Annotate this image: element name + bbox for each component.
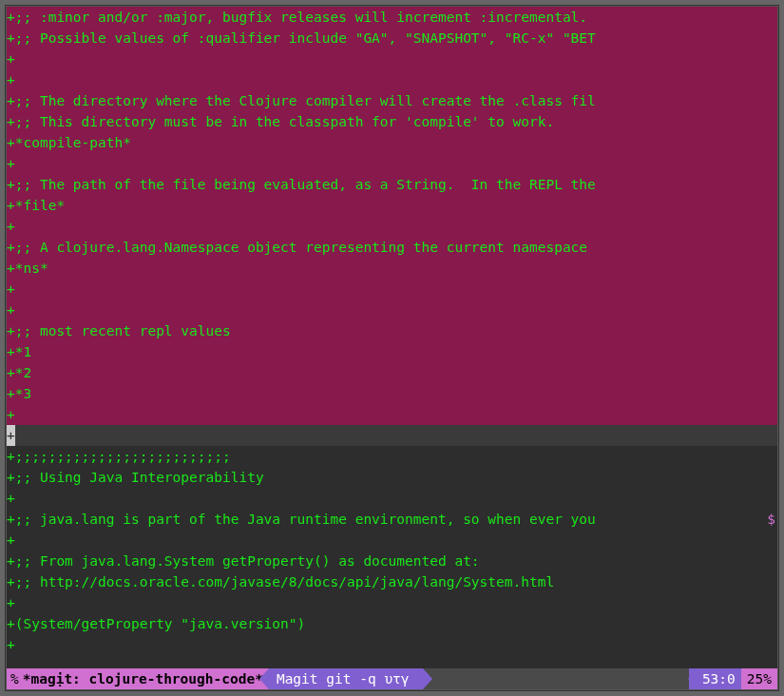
cursor-line[interactable]: + xyxy=(7,425,777,446)
modeline-status: % xyxy=(7,668,23,689)
diff-added-line[interactable]: +;; A clojure.lang.Namespace object repr… xyxy=(7,237,777,258)
modeline: % *magịt: clojure-through-code* Magit gi… xyxy=(7,668,777,689)
diff-added-line[interactable]: +;; http://docs.oracle.com/javase/8/docs… xyxy=(7,571,777,592)
diff-added-line[interactable]: +→ xyxy=(7,153,777,174)
diff-added-line[interactable]: +;; The path of the file being evaluated… xyxy=(7,174,777,195)
diff-added-line[interactable]: +;; :minor and/or :major, bugfix release… xyxy=(7,7,777,28)
diff-added-line[interactable]: +;; most recent repl values xyxy=(7,320,777,341)
diff-added-line[interactable]: +→ xyxy=(7,69,777,90)
diff-added-line[interactable]: +*compile-path* xyxy=(7,132,777,153)
modeline-buffer-name[interactable]: *magịt: clojure-through-code* xyxy=(23,668,269,689)
diff-added-line[interactable]: +;; Using Java Interoperability xyxy=(7,467,777,488)
diff-added-line[interactable]: +$ xyxy=(7,488,777,509)
diff-added-line[interactable]: +;; Possible values of :qualifier includ… xyxy=(7,28,777,48)
diff-added-line[interactable]: +;; This directory must be in the classp… xyxy=(7,111,777,132)
diff-added-line[interactable]: +;; java.lang is part of the Java runtim… xyxy=(7,509,777,530)
modeline-percent: 25% xyxy=(741,668,777,689)
diff-added-line[interactable]: +*3 xyxy=(7,383,777,404)
modeline-major-mode: Magit git -q υτγ xyxy=(269,668,423,689)
diff-added-line[interactable]: +*2 xyxy=(7,362,777,383)
diff-added-line[interactable]: + xyxy=(7,300,777,320)
diff-added-line[interactable]: +;;;;;;;;;;;;;;;;;;;;;;;;;; xyxy=(7,446,777,467)
diff-added-line[interactable]: +*ns* xyxy=(7,258,777,279)
emacs-frame: +;; :minor and/or :major, bugfix release… xyxy=(6,6,778,690)
diff-added-line[interactable]: + xyxy=(7,404,777,425)
diff-added-line[interactable]: + xyxy=(7,530,777,551)
diff-added-line[interactable]: +;; The directory where the Clojure comp… xyxy=(7,90,777,111)
diff-added-line[interactable]: + xyxy=(7,634,777,655)
diff-added-line[interactable]: + xyxy=(7,216,777,237)
modeline-position: 53:0 xyxy=(689,668,741,689)
diff-added-line[interactable]: +;; From java.lang.System getProperty() … xyxy=(7,551,777,571)
diff-buffer[interactable]: +;; :minor and/or :major, bugfix release… xyxy=(7,7,777,655)
diff-added-line[interactable]: + xyxy=(7,279,777,300)
cursor: + xyxy=(7,425,15,446)
diff-added-line[interactable]: +(System/getProperty "java.version") xyxy=(7,613,777,634)
diff-added-line[interactable]: +*file* xyxy=(7,195,777,216)
diff-added-line[interactable]: +*1 xyxy=(7,341,777,362)
diff-added-line[interactable]: + xyxy=(7,592,777,613)
diff-added-line[interactable]: + xyxy=(7,48,777,69)
